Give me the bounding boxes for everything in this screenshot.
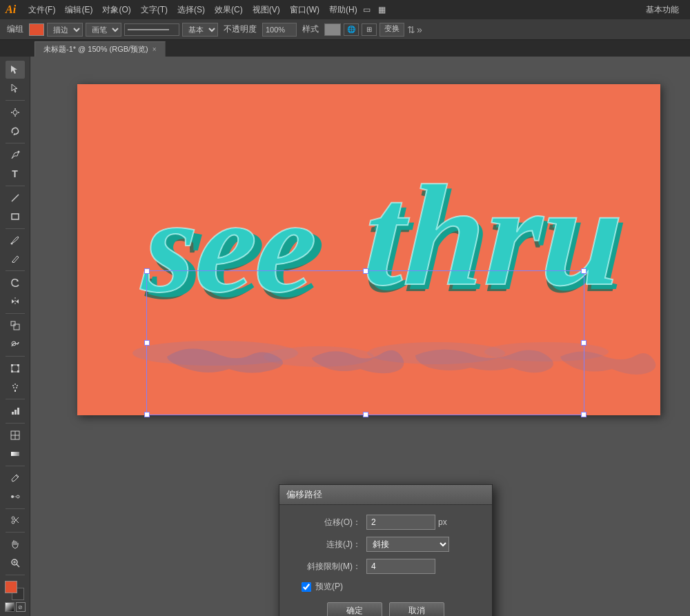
rectangle-tool[interactable] xyxy=(6,208,25,226)
svg-rect-16 xyxy=(11,370,13,372)
normal-mode-icon[interactable] xyxy=(5,602,14,612)
join-row: 连接(J)： 斜接 圆角 斜面 xyxy=(290,537,481,552)
offset-input[interactable] xyxy=(366,515,435,530)
cancel-button[interactable]: 取消 xyxy=(389,602,444,616)
svg-rect-24 xyxy=(14,410,17,415)
artboard: see thru see thru see thru see thru see … xyxy=(77,84,660,415)
offset-label: 位移(O)： xyxy=(290,517,366,528)
svg-point-19 xyxy=(14,384,16,385)
transform-button[interactable]: 变换 xyxy=(379,23,404,37)
lasso-tool[interactable] xyxy=(6,122,25,140)
direct-select-tool[interactable] xyxy=(6,79,25,97)
zoom-tool[interactable] xyxy=(6,554,25,572)
svg-point-31 xyxy=(11,495,14,498)
workspace-label[interactable]: 基本功能 xyxy=(640,3,684,17)
preview-row: 预览(P) xyxy=(290,581,481,593)
dialog-content: 位移(O)： px 连接(J)： 斜接 圆角 斜面 斜接限制(M)： xyxy=(279,505,492,616)
mesh-tool[interactable] xyxy=(6,426,25,444)
select-tool[interactable] xyxy=(6,61,25,79)
dialog-title-bar[interactable]: 偏移路径 xyxy=(279,485,492,505)
offset-path-dialog: 偏移路径 位移(O)： px 连接(J)： 斜接 圆角 斜面 xyxy=(279,484,493,616)
blend-tool[interactable] xyxy=(6,488,25,506)
menu-view[interactable]: 视图(V) xyxy=(248,3,284,17)
canvas-area: see thru see thru see thru see thru see … xyxy=(30,57,690,616)
symbol-spray-tool[interactable] xyxy=(6,378,25,396)
color-mode-buttons: ⊘ xyxy=(5,602,26,612)
menu-window[interactable]: 窗口(W) xyxy=(286,3,324,17)
fill-color-indicator[interactable] xyxy=(5,581,17,593)
rotate-tool[interactable] xyxy=(6,274,25,292)
pen-tool[interactable] xyxy=(6,146,25,164)
svg-rect-15 xyxy=(17,364,19,366)
svg-point-34 xyxy=(12,517,14,519)
opacity-input[interactable] xyxy=(262,23,297,37)
paintbrush-tool[interactable] xyxy=(6,231,25,249)
svg-rect-29 xyxy=(11,452,19,456)
stroke-preview xyxy=(124,23,179,36)
menu-icon-placeholder: ▭ xyxy=(363,5,377,14)
mode-label: 编组 xyxy=(4,23,26,35)
svg-line-6 xyxy=(12,195,19,201)
menu-file[interactable]: 文件(F) xyxy=(24,3,59,17)
reflect-tool[interactable] xyxy=(6,292,25,310)
svg-point-22 xyxy=(16,387,17,388)
menu-help[interactable]: 帮助(H) xyxy=(325,3,362,17)
workspace: T xyxy=(0,57,690,616)
stroke-style-dropdown[interactable]: 基本 xyxy=(182,23,218,37)
magic-wand-tool[interactable] xyxy=(6,103,25,121)
svg-rect-25 xyxy=(17,408,19,415)
svg-point-5 xyxy=(17,150,19,152)
style-swatch[interactable] xyxy=(324,23,341,36)
menu-text[interactable]: 文字(T) xyxy=(137,3,172,17)
panel-icon: ⊞ xyxy=(362,23,377,36)
join-label: 连接(J)： xyxy=(290,539,366,550)
eyedropper-tool[interactable] xyxy=(6,469,25,487)
no-fill-icon[interactable]: ⊘ xyxy=(16,602,26,612)
free-transform-tool[interactable] xyxy=(6,359,25,377)
more-icon[interactable]: » xyxy=(417,24,422,35)
menu-icon-grid: ▦ xyxy=(378,5,392,14)
flip-h-icon[interactable]: ⇅ xyxy=(407,24,415,35)
svg-point-35 xyxy=(12,521,14,524)
svg-point-8 xyxy=(10,243,12,245)
svg-line-39 xyxy=(17,564,19,567)
svg-rect-10 xyxy=(11,321,15,326)
dialog-buttons: 确定 取消 xyxy=(290,602,481,616)
menu-select[interactable]: 选择(S) xyxy=(173,3,209,17)
scale-tool[interactable] xyxy=(6,317,25,335)
menu-edit[interactable]: 编辑(E) xyxy=(61,3,97,17)
document-tab[interactable]: 未标题-1* @ 150% (RGB/预览) × xyxy=(34,41,166,57)
svg-text:see: see xyxy=(137,171,323,320)
menu-object[interactable]: 对象(O) xyxy=(98,3,135,17)
hand-tool[interactable] xyxy=(6,535,25,553)
svg-point-18 xyxy=(12,385,14,386)
app-logo: Ai xyxy=(6,3,16,16)
svg-point-32 xyxy=(17,495,19,498)
tab-bar: 未标题-1* @ 150% (RGB/预览) × xyxy=(0,40,690,57)
gradient-tool[interactable] xyxy=(6,445,25,463)
miter-input[interactable] xyxy=(366,559,435,574)
options-toolbar: 编组 描边 画笔 基本 不透明度 样式 🌐 ⊞ 变换 ⇅ » xyxy=(0,19,690,40)
line-tool[interactable] xyxy=(6,189,25,207)
brush-dropdown[interactable]: 画笔 xyxy=(86,23,121,37)
stroke-dropdown[interactable]: 描边 xyxy=(47,23,83,37)
scissors-tool[interactable] xyxy=(6,511,25,529)
menu-effect[interactable]: 效果(C) xyxy=(210,3,247,17)
tab-close-button[interactable]: × xyxy=(152,46,157,53)
ok-button[interactable]: 确定 xyxy=(327,602,382,616)
join-select[interactable]: 斜接 圆角 斜面 xyxy=(366,537,449,552)
miter-row: 斜接限制(M)： xyxy=(290,559,481,574)
svg-rect-23 xyxy=(12,412,14,415)
artwork-svg: see thru see thru see thru see thru see … xyxy=(77,84,660,415)
offset-unit: px xyxy=(438,517,447,527)
globe-icon: 🌐 xyxy=(344,23,359,36)
graph-tool[interactable] xyxy=(6,402,25,420)
preview-checkbox[interactable] xyxy=(302,582,311,592)
fill-color-box[interactable] xyxy=(29,23,44,36)
menu-bar: Ai 文件(F) 编辑(E) 对象(O) 文字(T) 选择(S) 效果(C) 视… xyxy=(0,0,690,19)
pencil-tool[interactable] xyxy=(6,250,25,268)
warp-tool[interactable] xyxy=(6,335,25,353)
type-tool[interactable]: T xyxy=(6,165,25,183)
svg-rect-14 xyxy=(11,364,13,366)
opacity-label: 不透明度 xyxy=(221,23,259,35)
